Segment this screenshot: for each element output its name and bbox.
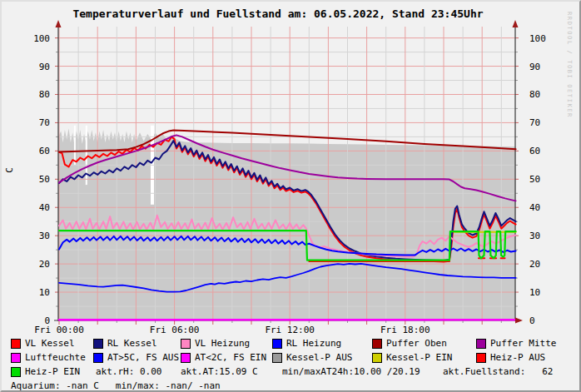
- legend-row: Aquarium: -nan C min/max: -nan/ -nan: [2, 380, 581, 392]
- y-tick-label-left: 100: [23, 33, 50, 44]
- plot-area: [2, 2, 581, 335]
- legend-swatch: [272, 339, 282, 349]
- legend-label: Kessel-P AUS: [286, 352, 352, 363]
- legend-swatch: [372, 339, 382, 349]
- x-tick-label: Fri 18:00: [372, 325, 439, 335]
- legend-label: min/maxAT24h:10.00 /20.19: [282, 366, 420, 377]
- x-tick-label: Fri 12:00: [256, 325, 323, 335]
- legend-item-rl-kessel: RL Kessel: [93, 338, 157, 349]
- legend-item-luftfeuchte: Luftfeuchte: [11, 352, 86, 363]
- legend-item-kessel-p-ein: Kessel-P EIN: [372, 352, 452, 363]
- legend-label: akt.AT:15.09 C: [181, 366, 258, 377]
- legend-item-rl-heizung: RL Heizung: [272, 338, 341, 349]
- legend-item-vl-heizung: VL Heizung: [181, 338, 250, 349]
- legend-item-kessel-p-aus: Kessel-P AUS: [272, 352, 352, 363]
- legend-item-akt-rh-0-00: akt.rH: 0.00: [96, 366, 161, 377]
- y-tick-label-left: 30: [23, 231, 50, 241]
- y-tick-label-right: 60: [529, 146, 556, 156]
- legend-label: AT>5C, FS AUS: [107, 352, 179, 363]
- y-tick-label-left: 60: [23, 146, 50, 156]
- legend-label: Aquarium: -nan C min/max: -nan/ -nan: [11, 380, 221, 391]
- legend-swatch: [372, 353, 382, 363]
- y-tick-label-right: 40: [529, 202, 556, 213]
- y-tick-label-right: 50: [529, 174, 556, 185]
- legend-item-akt-fuellstand-62: akt.Fuellstand: 62: [443, 366, 553, 377]
- legend-swatch: [181, 339, 191, 349]
- legend-swatch: [476, 353, 486, 363]
- legend-item-at-2c-fs-ein: AT<2C, FS EIN: [181, 352, 266, 363]
- legend-item-heiz-p-ein: Heiz-P EIN: [11, 366, 80, 377]
- legend-label: AT<2C, FS EIN: [195, 352, 266, 363]
- y-tick-label-right: 20: [529, 259, 556, 270]
- legend-swatch: [11, 367, 21, 377]
- legend-label: Puffer Mitte: [490, 338, 556, 349]
- legend-swatch: [476, 339, 486, 349]
- legend-item-aquarium-nan-c-min-max-nan-nan: Aquarium: -nan C min/max: -nan/ -nan: [11, 380, 221, 391]
- legend-item-at-5c-fs-aus: AT>5C, FS AUS: [93, 352, 179, 363]
- legend-label: akt.rH: 0.00: [96, 366, 161, 377]
- y-tick-label-left: 10: [23, 287, 50, 298]
- legend-label: RL Heizung: [286, 338, 341, 349]
- legend-item-min-maxat24h-10-00-20-19: min/maxAT24h:10.00 /20.19: [282, 366, 420, 377]
- legend-item-vl-kessel: VL Kessel: [11, 338, 75, 349]
- y-tick-label-right: 100: [529, 33, 556, 44]
- legend-swatch: [181, 353, 191, 363]
- x-tick-label: Fri 06:00: [142, 325, 208, 335]
- y-tick-label-right: 0: [529, 315, 556, 326]
- area-data-gap: [74, 126, 76, 166]
- legend-label: akt.Fuellstand: 62: [443, 366, 553, 377]
- legend-item-puffer-mitte: Puffer Mitte: [476, 338, 556, 349]
- y-tick-label-right: 70: [529, 117, 556, 128]
- legend-label: Kessel-P EIN: [386, 352, 452, 363]
- y-tick-label-right: 80: [529, 89, 556, 100]
- legend-swatch: [93, 339, 103, 349]
- legend-item-heiz-p-aus: Heiz-P AUS: [476, 352, 545, 363]
- y-tick-label-left: 70: [23, 117, 50, 128]
- legend-label: Heiz-P EIN: [25, 366, 80, 377]
- x-tick-label: Fri 00:00: [26, 325, 92, 335]
- legend-label: Luftfeuchte: [25, 352, 86, 363]
- legend-swatch: [93, 353, 103, 363]
- kessel-p-aus-area: [58, 128, 516, 320]
- legend-label: Puffer Oben: [386, 338, 447, 349]
- y-tick-label-left: 90: [23, 62, 50, 72]
- y-tick-label-left: 40: [23, 202, 50, 213]
- legend-swatch: [11, 353, 21, 363]
- y-tick-label-right: 30: [529, 231, 556, 241]
- y-tick-label-left: 80: [23, 89, 50, 100]
- y-tick-label-left: 20: [23, 259, 50, 270]
- legend-label: VL Heizung: [195, 338, 250, 349]
- y-tick-label-right: 10: [529, 287, 556, 298]
- legend-item-akt-at-15-09-c: akt.AT:15.09 C: [181, 366, 258, 377]
- legend-swatch: [272, 353, 282, 363]
- legend-label: VL Kessel: [25, 338, 75, 349]
- y-tick-label-left: 50: [23, 174, 50, 185]
- y-tick-label-right: 90: [529, 62, 556, 72]
- legend-row: Heiz-P EINakt.rH: 0.00akt.AT:15.09 Cmin/…: [2, 366, 581, 379]
- legend-label: Heiz-P AUS: [490, 352, 545, 363]
- legend-row: LuftfeuchteAT>5C, FS AUSAT<2C, FS EINKes…: [2, 352, 581, 365]
- legend-row: VL KesselRL KesselVL HeizungRL HeizungPu…: [2, 338, 581, 350]
- legend-swatch: [11, 339, 21, 349]
- rrdtool-graph: Temperaturverlauf und Fuellstand am: 06.…: [0, 0, 581, 392]
- legend-item-puffer-oben: Puffer Oben: [372, 338, 447, 349]
- area-data-gap: [86, 126, 87, 185]
- legend-label: RL Kessel: [107, 338, 157, 349]
